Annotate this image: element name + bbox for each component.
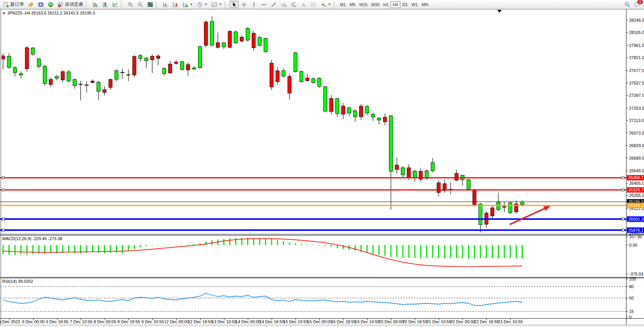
zoom-in-button[interactable] [126,1,135,8]
candle-body [210,22,214,45]
line-handle[interactable] [622,176,624,179]
signals-button[interactable] [46,1,55,8]
tf-w1-button[interactable]: W1 [410,2,420,8]
horizontal-line-button[interactable] [259,1,268,8]
price-tick-label: 26405.0 [629,181,644,186]
text-icon: A [300,2,307,8]
chat-button[interactable]: 1 [633,1,642,8]
shapes-icon [320,2,326,8]
tf-m5-button[interactable]: M5 [348,2,357,8]
candle-body [37,59,40,66]
shapes-button[interactable]: ▼ [319,1,332,8]
line-handle[interactable] [622,218,624,220]
tf-mn-button[interactable]: MN [420,2,430,8]
candle-body [318,78,321,86]
auto-scroll-button[interactable] [161,1,170,8]
collapse-triangle-icon[interactable]: ▼ [2,11,6,15]
tf-m1-button[interactable]: M1 [338,2,348,8]
candle-body [473,190,476,205]
zoom-out-icon [137,2,143,8]
candle-body [246,29,249,40]
toolbar-separator [86,1,89,8]
price-tick-label: 26689.0 [629,156,644,160]
macd-bar [343,245,344,249]
channel-button[interactable]: E [279,1,288,8]
macd-bar [325,245,326,246]
candlestick-button[interactable] [101,1,110,8]
search-button[interactable] [623,1,632,8]
price-line-label: 26154.3 [628,203,644,208]
candle-body [360,106,363,117]
bar-chart-button[interactable] [91,1,100,8]
autotrading-button[interactable]: 自动交易 [56,1,85,8]
line-handle[interactable] [622,229,624,231]
candle-body [377,118,381,120]
macd-bar [80,245,81,254]
trendline-button[interactable] [269,1,278,8]
text-button[interactable]: A [299,1,308,8]
line-handle[interactable] [2,218,5,220]
line-handle[interactable] [622,189,624,191]
candle-body [61,72,64,80]
navigator-button[interactable] [36,1,45,8]
macd-value: -229.45 [32,236,47,241]
vertical-line-button[interactable] [249,1,259,8]
time-tick-label: 19 Dec 10:55 [355,319,380,324]
cursor-button[interactable] [230,1,239,8]
fibonacci-button[interactable]: F [289,1,298,8]
macd-bar [20,245,21,255]
candle-body [204,22,208,45]
candle-body [67,72,71,81]
candle-body [7,56,11,67]
label-button[interactable]: T [309,1,318,8]
candle-body [437,183,440,193]
templates-icon [211,2,217,8]
candle-body [97,82,100,91]
line-handle[interactable] [2,176,5,179]
indicators-button[interactable]: ▼ [181,1,194,8]
macd-bar [32,245,34,254]
channel-icon: E [281,2,287,8]
chart-shift-button[interactable] [171,1,180,8]
tf-m30-button[interactable]: M30 [369,2,381,8]
line-handle[interactable] [2,189,5,191]
candle-body [324,87,327,111]
search-icon [624,2,630,8]
dropdown-arrow-icon: ▼ [204,3,207,6]
crosshair-button[interactable] [239,1,249,8]
templates-button[interactable]: ▼ [210,1,223,8]
macd-bar [170,245,171,245]
macd-bar [319,245,320,245]
periods-button[interactable]: ▼ [195,1,209,8]
macd-bar [456,245,457,258]
tf-h4-button[interactable]: H4 [390,1,400,8]
price-tick-label: 27961.0 [629,43,644,48]
macd-bar [157,245,159,245]
tf-h1-button[interactable]: H1 [381,2,390,8]
chart-plot[interactable]: 28245.028105.027961.027821.027677.027537… [0,0,644,327]
line-handle[interactable] [2,229,5,231]
time-tick-label: 6 Dec 00:00 [22,319,45,324]
tile-windows-button[interactable] [146,1,155,8]
macd-signal-value: -273.38 [48,236,62,241]
zoom-out-button[interactable] [136,1,145,8]
candle-body [103,90,106,92]
signals-icon [48,2,54,8]
candle-body [509,203,512,213]
macd-bar [301,244,302,245]
trendline-icon [271,2,277,8]
price-line-label: 26466.7 [628,175,644,180]
line-chart-button[interactable] [111,1,120,8]
macd-bar [462,245,463,258]
market-watch-button[interactable] [26,1,35,8]
price-tick-label: 27537.0 [629,81,644,85]
tf-d1-button[interactable]: D1 [400,2,410,8]
macd-bar [68,245,69,253]
new-order-button[interactable]: 新订单 [2,1,26,8]
fibonacci-icon: F [291,2,297,8]
macd-bar [223,239,225,245]
candle-body [383,117,387,122]
macd-bar [504,245,505,258]
time-tick-label: 20 Dec 00:00 [379,319,403,324]
tf-m15-button[interactable]: M15 [357,2,369,8]
